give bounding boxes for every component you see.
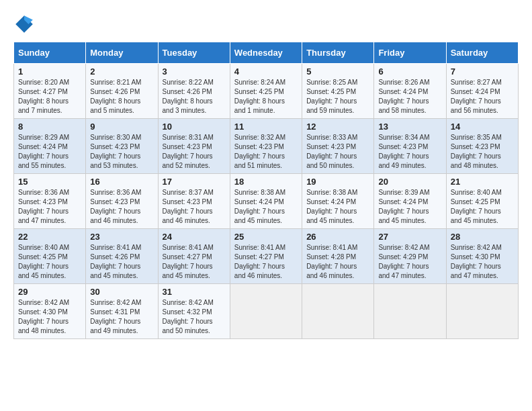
calendar-cell: 31 Sunrise: 8:42 AMSunset: 4:32 PMDaylig… bbox=[158, 284, 230, 339]
day-number: 17 bbox=[163, 177, 226, 187]
day-number: 29 bbox=[18, 287, 81, 297]
day-number: 25 bbox=[234, 232, 298, 242]
day-info: Sunrise: 8:33 AMSunset: 4:23 PMDaylight:… bbox=[306, 133, 369, 171]
day-info: Sunrise: 8:41 AMSunset: 4:27 PMDaylight:… bbox=[163, 243, 226, 281]
calendar-cell: 2 Sunrise: 8:21 AMSunset: 4:26 PMDayligh… bbox=[86, 64, 158, 119]
calendar-cell: 14 Sunrise: 8:35 AMSunset: 4:23 PMDaylig… bbox=[446, 119, 518, 174]
calendar-cell: 21 Sunrise: 8:40 AMSunset: 4:25 PMDaylig… bbox=[446, 174, 518, 229]
day-number: 31 bbox=[163, 287, 226, 297]
calendar-cell: 11 Sunrise: 8:32 AMSunset: 4:23 PMDaylig… bbox=[230, 119, 302, 174]
day-number: 5 bbox=[306, 66, 369, 77]
calendar-table: SundayMondayTuesdayWednesdayThursdayFrid… bbox=[13, 42, 519, 339]
calendar-cell: 30 Sunrise: 8:42 AMSunset: 4:31 PMDaylig… bbox=[86, 284, 158, 339]
day-info: Sunrise: 8:25 AMSunset: 4:25 PMDaylight:… bbox=[306, 78, 369, 116]
day-info: Sunrise: 8:41 AMSunset: 4:27 PMDaylight:… bbox=[234, 243, 298, 281]
calendar-cell bbox=[446, 284, 518, 339]
calendar-cell: 26 Sunrise: 8:41 AMSunset: 4:28 PMDaylig… bbox=[302, 229, 374, 284]
calendar-cell: 22 Sunrise: 8:40 AMSunset: 4:25 PMDaylig… bbox=[14, 229, 86, 284]
day-number: 8 bbox=[18, 122, 81, 132]
day-info: Sunrise: 8:42 AMSunset: 4:32 PMDaylight:… bbox=[163, 298, 226, 336]
day-number: 1 bbox=[18, 66, 81, 77]
col-header-sunday: Sunday bbox=[14, 42, 86, 64]
calendar-header-row: SundayMondayTuesdayWednesdayThursdayFrid… bbox=[14, 42, 519, 64]
day-info: Sunrise: 8:35 AMSunset: 4:23 PMDaylight:… bbox=[451, 133, 514, 171]
calendar-cell: 27 Sunrise: 8:42 AMSunset: 4:29 PMDaylig… bbox=[374, 229, 446, 284]
calendar-cell: 17 Sunrise: 8:37 AMSunset: 4:23 PMDaylig… bbox=[158, 174, 230, 229]
calendar-cell: 4 Sunrise: 8:24 AMSunset: 4:25 PMDayligh… bbox=[230, 64, 302, 119]
day-number: 22 bbox=[18, 232, 81, 242]
day-info: Sunrise: 8:42 AMSunset: 4:29 PMDaylight:… bbox=[378, 243, 441, 281]
day-info: Sunrise: 8:36 AMSunset: 4:23 PMDaylight:… bbox=[90, 188, 153, 226]
col-header-monday: Monday bbox=[86, 42, 158, 64]
calendar-week-row: 8 Sunrise: 8:29 AMSunset: 4:24 PMDayligh… bbox=[14, 119, 519, 174]
calendar-cell bbox=[230, 284, 302, 339]
day-number: 18 bbox=[234, 177, 298, 187]
calendar-cell: 3 Sunrise: 8:22 AMSunset: 4:26 PMDayligh… bbox=[158, 64, 230, 119]
day-info: Sunrise: 8:29 AMSunset: 4:24 PMDaylight:… bbox=[18, 133, 81, 171]
day-number: 14 bbox=[451, 122, 514, 132]
calendar-week-row: 29 Sunrise: 8:42 AMSunset: 4:30 PMDaylig… bbox=[14, 284, 519, 339]
calendar-cell: 19 Sunrise: 8:38 AMSunset: 4:24 PMDaylig… bbox=[302, 174, 374, 229]
calendar-cell: 5 Sunrise: 8:25 AMSunset: 4:25 PMDayligh… bbox=[302, 64, 374, 119]
calendar-cell: 18 Sunrise: 8:38 AMSunset: 4:24 PMDaylig… bbox=[230, 174, 302, 229]
day-number: 12 bbox=[306, 122, 369, 132]
day-info: Sunrise: 8:42 AMSunset: 4:31 PMDaylight:… bbox=[90, 298, 153, 336]
day-number: 20 bbox=[378, 177, 441, 187]
calendar-cell: 7 Sunrise: 8:27 AMSunset: 4:24 PMDayligh… bbox=[446, 64, 518, 119]
day-number: 23 bbox=[90, 232, 153, 242]
day-info: Sunrise: 8:24 AMSunset: 4:25 PMDaylight:… bbox=[234, 78, 298, 116]
day-info: Sunrise: 8:27 AMSunset: 4:24 PMDaylight:… bbox=[451, 78, 514, 116]
day-info: Sunrise: 8:26 AMSunset: 4:24 PMDaylight:… bbox=[378, 78, 441, 116]
day-info: Sunrise: 8:40 AMSunset: 4:25 PMDaylight:… bbox=[18, 243, 81, 281]
calendar-cell: 15 Sunrise: 8:36 AMSunset: 4:23 PMDaylig… bbox=[14, 174, 86, 229]
day-number: 6 bbox=[378, 66, 441, 77]
day-number: 3 bbox=[163, 66, 226, 77]
col-header-wednesday: Wednesday bbox=[230, 42, 302, 64]
calendar-cell bbox=[302, 284, 374, 339]
day-info: Sunrise: 8:32 AMSunset: 4:23 PMDaylight:… bbox=[234, 133, 298, 171]
calendar-cell: 8 Sunrise: 8:29 AMSunset: 4:24 PMDayligh… bbox=[14, 119, 86, 174]
calendar-cell: 12 Sunrise: 8:33 AMSunset: 4:23 PMDaylig… bbox=[302, 119, 374, 174]
day-info: Sunrise: 8:34 AMSunset: 4:23 PMDaylight:… bbox=[378, 133, 441, 171]
day-info: Sunrise: 8:42 AMSunset: 4:30 PMDaylight:… bbox=[18, 298, 81, 336]
day-info: Sunrise: 8:20 AMSunset: 4:27 PMDaylight:… bbox=[18, 78, 81, 116]
calendar-cell: 13 Sunrise: 8:34 AMSunset: 4:23 PMDaylig… bbox=[374, 119, 446, 174]
logo-icon bbox=[13, 13, 35, 35]
calendar-cell: 16 Sunrise: 8:36 AMSunset: 4:23 PMDaylig… bbox=[86, 174, 158, 229]
calendar-cell: 6 Sunrise: 8:26 AMSunset: 4:24 PMDayligh… bbox=[374, 64, 446, 119]
day-info: Sunrise: 8:42 AMSunset: 4:30 PMDaylight:… bbox=[451, 243, 514, 281]
day-info: Sunrise: 8:41 AMSunset: 4:28 PMDaylight:… bbox=[306, 243, 369, 281]
day-info: Sunrise: 8:37 AMSunset: 4:23 PMDaylight:… bbox=[163, 188, 226, 226]
day-number: 7 bbox=[451, 66, 514, 77]
logo bbox=[13, 13, 38, 35]
day-info: Sunrise: 8:38 AMSunset: 4:24 PMDaylight:… bbox=[306, 188, 369, 226]
calendar-week-row: 22 Sunrise: 8:40 AMSunset: 4:25 PMDaylig… bbox=[14, 229, 519, 284]
calendar-cell: 29 Sunrise: 8:42 AMSunset: 4:30 PMDaylig… bbox=[14, 284, 86, 339]
calendar-cell bbox=[374, 284, 446, 339]
calendar-cell: 9 Sunrise: 8:30 AMSunset: 4:23 PMDayligh… bbox=[86, 119, 158, 174]
calendar-week-row: 1 Sunrise: 8:20 AMSunset: 4:27 PMDayligh… bbox=[14, 64, 519, 119]
day-number: 26 bbox=[306, 232, 369, 242]
col-header-friday: Friday bbox=[374, 42, 446, 64]
day-info: Sunrise: 8:21 AMSunset: 4:26 PMDaylight:… bbox=[90, 78, 153, 116]
day-number: 16 bbox=[90, 177, 153, 187]
day-number: 9 bbox=[90, 122, 153, 132]
day-number: 4 bbox=[234, 66, 298, 77]
calendar-week-row: 15 Sunrise: 8:36 AMSunset: 4:23 PMDaylig… bbox=[14, 174, 519, 229]
day-info: Sunrise: 8:31 AMSunset: 4:23 PMDaylight:… bbox=[163, 133, 226, 171]
calendar-cell: 25 Sunrise: 8:41 AMSunset: 4:27 PMDaylig… bbox=[230, 229, 302, 284]
col-header-saturday: Saturday bbox=[446, 42, 518, 64]
day-number: 28 bbox=[451, 232, 514, 242]
col-header-thursday: Thursday bbox=[302, 42, 374, 64]
day-number: 21 bbox=[451, 177, 514, 187]
calendar-cell: 23 Sunrise: 8:41 AMSunset: 4:26 PMDaylig… bbox=[86, 229, 158, 284]
day-info: Sunrise: 8:39 AMSunset: 4:24 PMDaylight:… bbox=[378, 188, 441, 226]
day-number: 2 bbox=[90, 66, 153, 77]
day-info: Sunrise: 8:22 AMSunset: 4:26 PMDaylight:… bbox=[163, 78, 226, 116]
col-header-tuesday: Tuesday bbox=[158, 42, 230, 64]
page-header bbox=[13, 13, 519, 35]
calendar-cell: 28 Sunrise: 8:42 AMSunset: 4:30 PMDaylig… bbox=[446, 229, 518, 284]
day-info: Sunrise: 8:40 AMSunset: 4:25 PMDaylight:… bbox=[451, 188, 514, 226]
day-number: 19 bbox=[306, 177, 369, 187]
day-info: Sunrise: 8:38 AMSunset: 4:24 PMDaylight:… bbox=[234, 188, 298, 226]
